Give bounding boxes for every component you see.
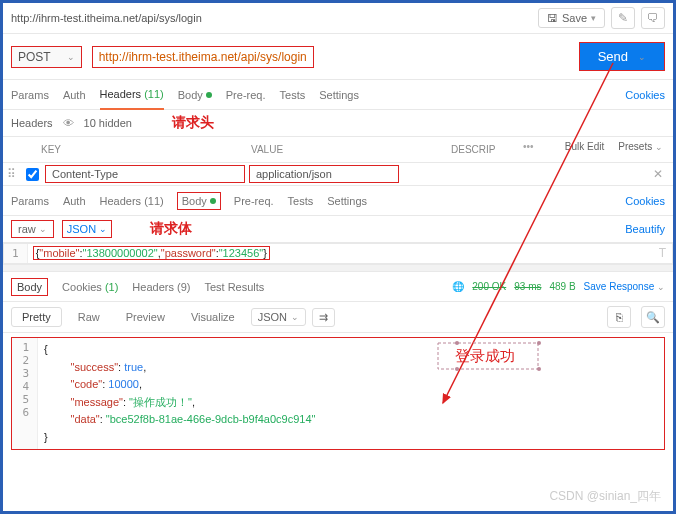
save-response[interactable]: Save Response ⌄ — [584, 281, 665, 292]
chevron-down-icon: ⌄ — [39, 224, 47, 234]
chevron-down-icon: ⌄ — [291, 312, 299, 322]
tab-body-label: Body — [178, 89, 203, 101]
tab-headers[interactable]: Headers (11) — [100, 80, 164, 110]
dot-icon — [206, 92, 212, 98]
text-tool-icon[interactable]: T — [653, 244, 672, 263]
json-val: 10000 — [108, 378, 139, 390]
json-key: "mobile" — [39, 247, 79, 259]
wrap-toggle[interactable]: ⇉ — [312, 308, 335, 327]
resp-tab-body[interactable]: Body — [11, 278, 48, 296]
tab-body-2[interactable]: Body — [178, 193, 220, 209]
anno-headers: 请求头 — [172, 114, 214, 132]
request-body-editor[interactable]: 1 {"mobile":"13800000002","password":"12… — [3, 243, 673, 264]
drag-icon[interactable]: ⠿ — [3, 167, 20, 181]
header-row[interactable]: ⠿ Content-Type application/json ✕ — [3, 163, 673, 186]
presets-label: Presets — [618, 141, 652, 152]
json-val: "123456" — [219, 247, 264, 259]
url-input[interactable]: http://ihrm-test.itheima.net/api/sys/log… — [92, 46, 314, 68]
resp-tab-headers[interactable]: Headers (9) — [132, 281, 190, 293]
json-key: "password" — [161, 247, 216, 259]
save-icon: 🖫 — [547, 12, 558, 24]
json-val: "13800000002" — [83, 247, 158, 259]
chevron-down-icon: ⌄ — [638, 52, 646, 62]
tab-body[interactable]: Body — [178, 89, 212, 101]
edit-icon[interactable]: ✎ — [611, 7, 635, 29]
headers-count: (11) — [144, 88, 164, 100]
resp-time: 93 ms — [514, 281, 541, 292]
tab-settings-2[interactable]: Settings — [327, 195, 367, 207]
json-label: JSON — [67, 223, 96, 235]
send-label: Send — [598, 49, 628, 64]
tab-auth[interactable]: Auth — [63, 89, 86, 101]
resp-status: 200 OK — [472, 281, 506, 292]
tab-auth-2[interactable]: Auth — [63, 195, 86, 207]
delete-icon[interactable]: ✕ — [643, 167, 673, 181]
view-raw[interactable]: Raw — [68, 308, 110, 326]
format-select[interactable]: JSON ⌄ — [251, 308, 306, 326]
search-icon[interactable]: 🔍 — [641, 306, 665, 328]
globe-icon: 🌐 — [452, 281, 464, 292]
cookies-link[interactable]: Cookies — [625, 89, 665, 101]
body-type-select[interactable]: raw ⌄ — [11, 220, 54, 238]
tab-params-2[interactable]: Params — [11, 195, 49, 207]
json-key: "success" — [71, 361, 119, 373]
beautify-link[interactable]: Beautify — [625, 223, 665, 235]
hidden-count: 10 hidden — [84, 117, 132, 129]
tab-tests-2[interactable]: Tests — [288, 195, 314, 207]
breadcrumb: http://ihrm-test.itheima.net/api/sys/log… — [11, 12, 532, 24]
chevron-down-icon: ⌄ — [67, 52, 75, 62]
tab-prereq[interactable]: Pre-req. — [226, 89, 266, 101]
response-body[interactable]: 123456 { "success": true, "code": 10000,… — [11, 337, 665, 450]
copy-icon[interactable]: ⎘ — [607, 306, 631, 328]
send-wrap: Send ⌄ — [579, 42, 665, 71]
header-key[interactable]: Content-Type — [45, 165, 245, 183]
tab-prereq-2[interactable]: Pre-req. — [234, 195, 274, 207]
save-label: Save — [562, 12, 587, 24]
tab-body-label-2: Body — [182, 195, 207, 207]
chevron-down-icon: ▾ — [591, 13, 596, 23]
chevron-down-icon: ⌄ — [99, 224, 107, 234]
tab-tests[interactable]: Tests — [280, 89, 306, 101]
format-label: JSON — [258, 311, 287, 323]
resp-size: 489 B — [549, 281, 575, 292]
th-value: VALUE — [243, 141, 443, 158]
json-key: "code" — [71, 378, 103, 390]
view-pretty[interactable]: Pretty — [11, 307, 62, 327]
save-button[interactable]: 🖫 Save ▾ — [538, 8, 605, 28]
resp-cookies-count: (1) — [105, 281, 118, 293]
bulk-edit[interactable]: Bulk Edit — [565, 141, 604, 158]
tab-settings[interactable]: Settings — [319, 89, 359, 101]
brace: } — [44, 431, 48, 443]
th-desc: DESCRIP — [443, 141, 523, 158]
body-format-select[interactable]: JSON ⌄ — [62, 220, 112, 238]
comment-icon[interactable]: 🗨 — [641, 7, 665, 29]
resp-tab-cookies[interactable]: Cookies (1) — [62, 281, 118, 293]
more-icon[interactable]: ••• — [523, 141, 534, 158]
dot-icon — [210, 198, 216, 204]
method-select[interactable]: POST ⌄ — [11, 46, 82, 68]
resp-tab-tests[interactable]: Test Results — [204, 281, 264, 293]
header-checkbox[interactable] — [26, 168, 39, 181]
chevron-down-icon: ⌄ — [657, 282, 665, 292]
resp-cookies-label: Cookies — [62, 281, 102, 293]
eye-icon[interactable]: 👁 — [63, 117, 74, 129]
cookies-link-2[interactable]: Cookies — [625, 195, 665, 207]
method-label: POST — [18, 50, 51, 64]
view-visualize[interactable]: Visualize — [181, 308, 245, 326]
watermark: CSDN @sinian_四年 — [549, 488, 661, 505]
brace: { — [44, 343, 48, 355]
tab-params[interactable]: Params — [11, 89, 49, 101]
save-resp-label: Save Response — [584, 281, 655, 292]
tab-headers-label: Headers — [100, 88, 142, 100]
chevron-down-icon: ⌄ — [655, 142, 663, 152]
view-preview[interactable]: Preview — [116, 308, 175, 326]
json-key: "data" — [71, 413, 100, 425]
header-value[interactable]: application/json — [249, 165, 399, 183]
json-val: true — [124, 361, 143, 373]
json-key: "message" — [71, 396, 123, 408]
presets[interactable]: Presets ⌄ — [618, 141, 663, 158]
send-button[interactable]: Send ⌄ — [580, 43, 664, 70]
tab-headers-2[interactable]: Headers (11) — [100, 195, 164, 207]
anno-body: 请求体 — [150, 220, 192, 238]
json-val: "操作成功！" — [129, 396, 192, 408]
